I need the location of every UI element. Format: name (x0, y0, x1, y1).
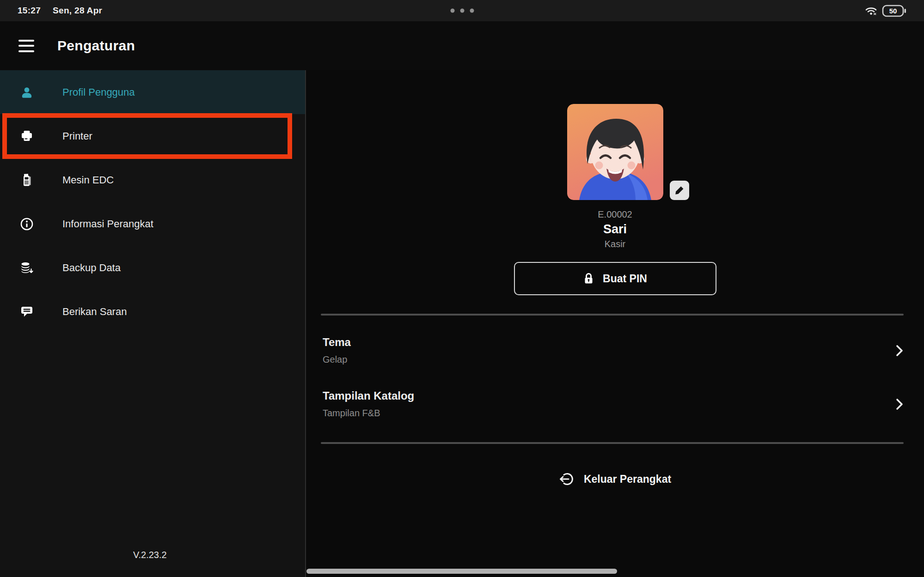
chevron-right-icon (895, 344, 904, 357)
edit-avatar-button[interactable] (670, 181, 689, 200)
employee-role: Kasir (605, 239, 626, 249)
setting-row-tampilan-katalog[interactable]: Tampilan Katalog Tampilan F&B (323, 389, 904, 419)
employee-id: E.00002 (598, 209, 632, 220)
status-bar: 15:27 Sen, 28 Apr 50 (0, 0, 924, 21)
sidebar-item-label: Backup Data (62, 262, 121, 274)
sidebar-item-mesin-edc[interactable]: Mesin EDC (0, 158, 305, 202)
page-title: Pengaturan (57, 38, 135, 54)
wifi-icon (865, 6, 877, 16)
sidebar-item-informasi-perangkat[interactable]: Informasi Perangkat (0, 202, 305, 246)
setting-title: Tampilan Katalog (323, 389, 414, 402)
battery-level-text: 50 (889, 7, 897, 15)
create-pin-button[interactable]: Buat PIN (514, 262, 716, 295)
pencil-icon (674, 185, 685, 195)
status-date: Sen, 28 Apr (53, 6, 102, 16)
printer-icon (17, 129, 37, 144)
sidebar-item-label: Mesin EDC (62, 174, 114, 186)
app-header: Pengaturan (0, 21, 924, 70)
settings-screen: 15:27 Sen, 28 Apr 50 (0, 0, 924, 577)
sidebar-item-profil-pengguna[interactable]: Profil Pengguna (0, 70, 305, 114)
setting-row-tema[interactable]: Tema Gelap (323, 336, 904, 365)
app-version: V.2.23.2 (133, 550, 167, 560)
sidebar-item-label: Printer (62, 130, 92, 142)
sidebar-item-label: Berikan Saran (62, 306, 127, 318)
sidebar-item-printer[interactable]: Printer (0, 114, 305, 158)
create-pin-label: Buat PIN (603, 273, 647, 285)
logout-icon (559, 472, 574, 486)
logout-label: Keluar Perangkat (584, 473, 671, 486)
sidebar-item-label: Informasi Perangkat (62, 218, 153, 230)
logout-device-button[interactable]: Keluar Perangkat (559, 472, 671, 486)
camera-notch-dots (450, 9, 474, 13)
info-icon (17, 217, 37, 231)
annotation-highlight-box (2, 113, 292, 159)
sidebar-item-berikan-saran[interactable]: Berikan Saran (0, 290, 305, 334)
divider (321, 442, 904, 444)
settings-sidebar: Profil Pengguna Printer (0, 70, 306, 577)
sidebar-item-backup-data[interactable]: Backup Data (0, 246, 305, 290)
database-upload-icon (17, 261, 37, 275)
sidebar-item-label: Profil Pengguna (62, 86, 135, 98)
feedback-bubble-icon (17, 304, 37, 319)
horizontal-scrollbar[interactable] (306, 569, 617, 574)
lock-icon (583, 272, 594, 285)
avatar (567, 104, 663, 200)
setting-value: Tampilan F&B (323, 408, 414, 419)
setting-value: Gelap (323, 354, 351, 365)
chevron-right-icon (895, 398, 904, 411)
clock: 15:27 (18, 6, 41, 16)
employee-name: Sari (603, 222, 627, 237)
settings-list: Tema Gelap Tampilan Katalog Tampilan F&B (306, 316, 924, 419)
avatar-wrap (567, 104, 663, 200)
status-right: 50 (865, 5, 906, 17)
profile-panel: E.00002 Sari Kasir Buat PIN Tema Gelap (306, 70, 924, 577)
status-left: 15:27 Sen, 28 Apr (18, 6, 102, 16)
person-icon (17, 85, 37, 99)
hamburger-menu-icon[interactable] (18, 40, 34, 52)
edc-terminal-icon (17, 173, 37, 188)
battery-icon: 50 (882, 5, 906, 17)
setting-title: Tema (323, 336, 351, 349)
